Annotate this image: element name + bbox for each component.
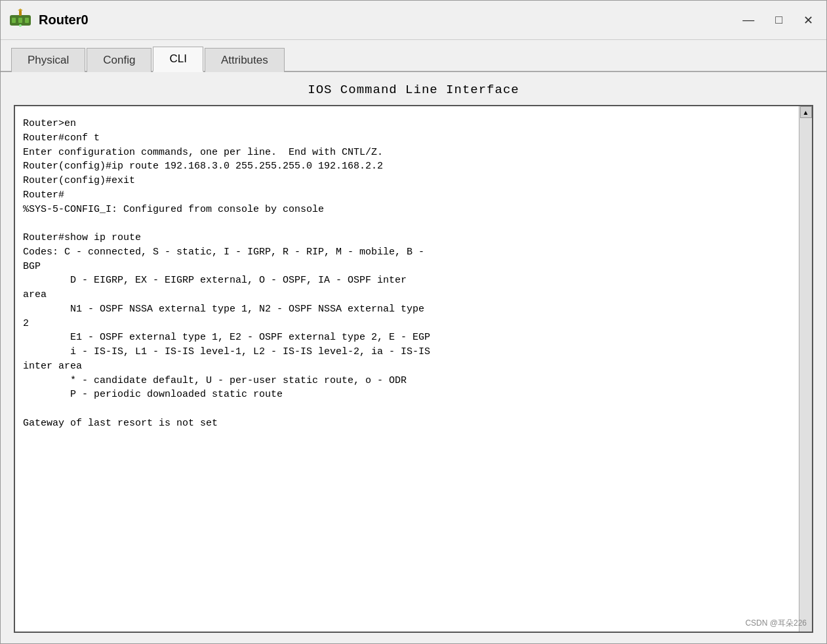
tab-cli[interactable]: CLI bbox=[153, 47, 203, 72]
watermark: CSDN @耳朵226 bbox=[745, 618, 807, 629]
title-bar-left: Router0 bbox=[9, 9, 89, 32]
main-content: IOS Command Line Interface Router>en Rou… bbox=[1, 72, 826, 643]
title-bar: Router0 — □ ✕ bbox=[1, 1, 826, 40]
scroll-up-button[interactable]: ▲ bbox=[800, 106, 812, 118]
svg-point-6 bbox=[19, 24, 22, 27]
cli-container: Router>en Router#conf t Enter configurat… bbox=[14, 105, 813, 633]
minimize-button[interactable]: — bbox=[737, 10, 759, 30]
svg-marker-5 bbox=[18, 9, 23, 10]
cli-output[interactable]: Router>en Router#conf t Enter configurat… bbox=[15, 106, 799, 632]
main-window: Router0 — □ ✕ Physical Config CLI Attrib… bbox=[0, 0, 827, 644]
window-title: Router0 bbox=[39, 12, 89, 28]
tab-attributes[interactable]: Attributes bbox=[205, 48, 285, 72]
tab-physical[interactable]: Physical bbox=[11, 48, 85, 72]
svg-rect-4 bbox=[19, 10, 22, 16]
svg-rect-2 bbox=[18, 18, 22, 23]
svg-rect-3 bbox=[25, 18, 29, 23]
close-button[interactable]: ✕ bbox=[798, 10, 818, 30]
tab-bar: Physical Config CLI Attributes bbox=[1, 40, 826, 72]
title-bar-controls: — □ ✕ bbox=[737, 10, 818, 30]
router-icon bbox=[9, 9, 32, 32]
section-title: IOS Command Line Interface bbox=[14, 83, 813, 97]
maximize-button[interactable]: □ bbox=[770, 10, 788, 30]
svg-rect-1 bbox=[12, 18, 16, 23]
scrollbar[interactable]: ▲ bbox=[799, 106, 812, 632]
tab-config[interactable]: Config bbox=[87, 48, 151, 72]
